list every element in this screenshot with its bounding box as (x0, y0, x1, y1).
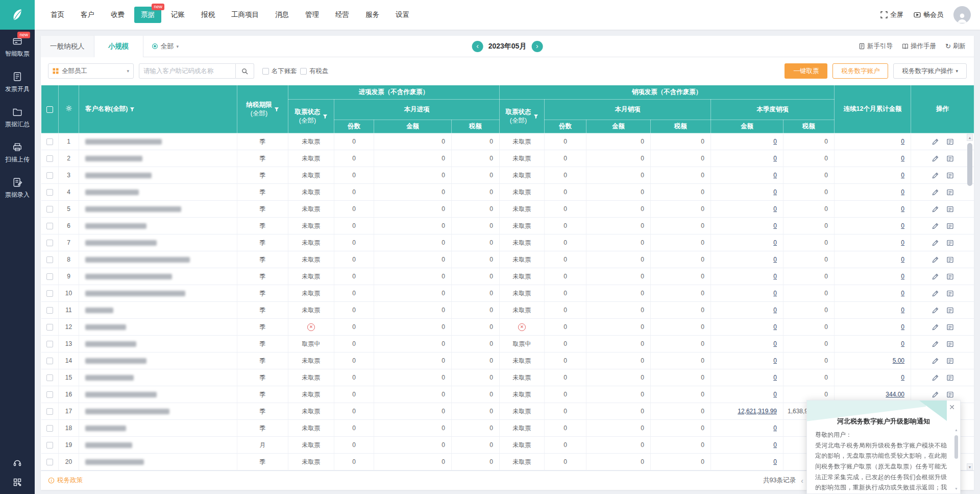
row-checkbox[interactable] (46, 358, 53, 364)
quarter-amount-link[interactable]: 0 (773, 155, 777, 162)
table-scrollbar[interactable]: ▲ ▼ (967, 134, 973, 471)
row-checkbox[interactable] (46, 307, 53, 314)
edit-icon[interactable] (932, 273, 939, 280)
action-button-1[interactable]: 税务数字账户 (832, 63, 888, 79)
twelve-month-link[interactable]: 0 (901, 323, 904, 331)
nav-item-1[interactable]: 客户 (74, 7, 101, 23)
action-button-2[interactable]: 税务数字账户操作▾ (893, 63, 967, 79)
quarter-amount-link[interactable]: 0 (773, 425, 777, 432)
nav-item-7[interactable]: 消息 (268, 7, 296, 23)
select-all-checkbox[interactable] (46, 106, 53, 113)
edit-icon[interactable] (932, 256, 939, 264)
receipt-icon[interactable] (946, 323, 954, 331)
quarter-amount-link[interactable]: 0 (773, 357, 777, 364)
twelve-month-link[interactable]: 5.00 (893, 357, 904, 364)
twelve-month-link[interactable]: 0 (901, 189, 904, 196)
edit-icon[interactable] (932, 374, 939, 382)
quarter-amount-link[interactable]: 0 (773, 290, 777, 297)
twelve-month-link[interactable]: 0 (901, 307, 904, 314)
row-checkbox[interactable] (46, 341, 53, 347)
quarter-amount-link[interactable]: 0 (773, 138, 777, 145)
employee-select[interactable]: 全部员工 ▾ (48, 63, 134, 79)
edit-icon[interactable] (932, 155, 939, 162)
receipt-icon[interactable] (946, 374, 954, 382)
row-checkbox[interactable] (46, 273, 53, 280)
edit-icon[interactable] (932, 239, 939, 247)
nav-item-8[interactable]: 管理 (299, 7, 326, 23)
twelve-month-link[interactable]: 0 (901, 155, 904, 162)
edit-icon[interactable] (932, 323, 939, 331)
prev-month-button[interactable]: ‹ (472, 41, 483, 52)
twelve-month-link[interactable]: 0 (901, 273, 904, 280)
quarter-amount-link[interactable]: 0 (773, 458, 777, 465)
nav-item-6[interactable]: 工商项目 (225, 7, 265, 23)
nav-item-4[interactable]: 记账 (164, 7, 191, 23)
gear-icon[interactable] (65, 105, 72, 112)
tab-0[interactable]: 一般纳税人 (41, 36, 94, 57)
checkbox-box[interactable] (262, 68, 269, 75)
quarter-amount-link[interactable]: 0 (773, 222, 777, 229)
edit-icon[interactable] (932, 222, 939, 230)
tab-1[interactable]: 小规模 (94, 36, 143, 57)
filter-checkbox-0[interactable]: 名下账套 (262, 67, 297, 76)
row-checkbox[interactable] (46, 138, 53, 145)
search-input[interactable] (139, 63, 236, 79)
twelve-month-link[interactable]: 0 (901, 340, 904, 347)
help-link-1[interactable]: 操作手册 (902, 42, 936, 51)
row-checkbox[interactable] (46, 425, 53, 432)
scope-dropdown[interactable]: 全部 ▾ (152, 42, 179, 51)
quarter-amount-link[interactable]: 0 (773, 374, 777, 381)
quarter-amount-link[interactable]: 0 (773, 273, 777, 280)
twelve-month-link[interactable]: 0 (901, 222, 904, 229)
nav-item-0[interactable]: 首页 (44, 7, 71, 23)
quarter-amount-link[interactable]: 0 (773, 256, 777, 263)
avatar[interactable] (953, 6, 971, 23)
nav-item-9[interactable]: 经营 (329, 7, 356, 23)
row-checkbox[interactable] (46, 442, 53, 449)
receipt-icon[interactable] (946, 138, 954, 146)
receipt-icon[interactable] (946, 340, 954, 348)
row-checkbox[interactable] (46, 240, 53, 246)
edit-icon[interactable] (932, 189, 939, 196)
quarter-amount-link[interactable]: 0 (773, 441, 777, 449)
row-checkbox[interactable] (46, 223, 53, 229)
notice-scrollbar[interactable]: ▲ ▼ (953, 428, 959, 490)
fullscreen-button[interactable]: 全屏 (880, 10, 903, 19)
receipt-icon[interactable] (946, 172, 954, 179)
row-checkbox[interactable] (46, 324, 53, 331)
filter-checkbox-1[interactable]: 有税盘 (300, 67, 329, 76)
quarter-amount-link[interactable]: 12,621,319.99 (738, 408, 777, 415)
twelve-month-link[interactable]: 0 (901, 239, 904, 246)
receipt-icon[interactable] (946, 357, 954, 365)
row-checkbox[interactable] (46, 256, 53, 263)
nav-item-5[interactable]: 报税 (194, 7, 222, 23)
nav-item-2[interactable]: 收费 (104, 7, 131, 23)
quarter-amount-link[interactable]: 0 (773, 189, 777, 196)
scroll-down-icon[interactable]: ▼ (967, 463, 973, 471)
twelve-month-link[interactable]: 0 (901, 138, 904, 145)
quarter-amount-link[interactable]: 0 (773, 205, 777, 213)
search-button[interactable] (236, 63, 254, 79)
sidebar-item-0[interactable]: 智能取票new (0, 30, 35, 65)
receipt-icon[interactable] (946, 189, 954, 196)
row-checkbox[interactable] (46, 408, 53, 415)
app-logo[interactable] (0, 0, 35, 30)
receipt-icon[interactable] (946, 273, 954, 280)
scroll-up-icon[interactable]: ▲ (967, 134, 973, 141)
help-link-0[interactable]: 新手引导 (859, 42, 893, 51)
member-button[interactable]: 畅会员 (914, 10, 943, 19)
nav-item-3[interactable]: 票据new (134, 7, 161, 23)
headset-icon[interactable] (13, 458, 22, 467)
twelve-month-link[interactable]: 0 (901, 172, 904, 179)
filter-icon[interactable] (323, 114, 328, 119)
row-checkbox[interactable] (46, 290, 53, 297)
row-checkbox[interactable] (46, 391, 53, 398)
next-month-button[interactable]: › (531, 41, 543, 52)
quarter-amount-link[interactable]: 0 (773, 391, 777, 398)
twelve-month-link[interactable]: 344.00 (886, 391, 904, 398)
prev-page-icon[interactable]: ‹ (801, 476, 803, 485)
filter-icon[interactable] (130, 107, 135, 112)
receipt-icon[interactable] (946, 307, 954, 314)
sidebar-item-3[interactable]: 扫描上传 (0, 135, 35, 171)
twelve-month-link[interactable]: 0 (901, 290, 904, 297)
